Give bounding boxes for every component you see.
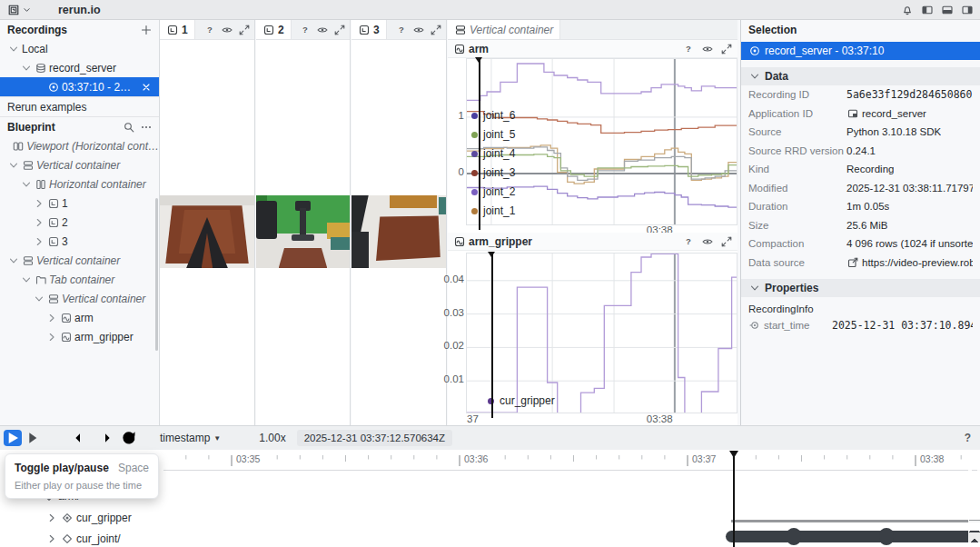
chevron-right-icon[interactable]	[45, 512, 57, 524]
eye-icon[interactable]	[219, 24, 234, 35]
blueprint-item-arm-gripper[interactable]: arm_gripper	[0, 327, 159, 346]
current-time-display[interactable]: 2025-12-31 03:37:12.570634Z	[297, 430, 452, 446]
playback-speed[interactable]: 1.00x	[259, 432, 285, 444]
chevron-right-icon[interactable]	[45, 312, 57, 323]
chart-time-cursor[interactable]	[491, 252, 493, 418]
recording-item-03-37-10-2[interactable]: 03:37:10 - 2…	[0, 77, 159, 96]
loop-button[interactable]	[120, 430, 138, 446]
caret-down-icon[interactable]	[23, 4, 31, 15]
camera-image-3[interactable]	[351, 195, 446, 268]
eye-icon[interactable]	[701, 43, 713, 55]
blueprint-item-vertical-container[interactable]: Vertical container	[0, 251, 159, 270]
time-cursor-line[interactable]	[733, 452, 735, 547]
data-section-header[interactable]: Data	[741, 67, 980, 85]
selected-recording-row[interactable]: record_server - 03:37:10	[741, 42, 980, 60]
chevron-right-icon[interactable]	[45, 331, 57, 343]
search-icon[interactable]	[123, 121, 134, 133]
help-icon[interactable]: ?	[682, 235, 694, 247]
blueprint-item-viewport-horizontal-cont[interactable]: Viewport (Horizontal cont…	[0, 136, 159, 155]
blueprint-item-arm[interactable]: arm	[0, 308, 159, 327]
eye-icon[interactable]	[701, 235, 713, 247]
stream-item-cur_gripper[interactable]: cur_gripper	[45, 510, 132, 526]
pause-button[interactable]	[47, 430, 65, 446]
expand-icon[interactable]	[428, 24, 443, 35]
view-tab-3[interactable]: 3	[351, 20, 387, 39]
camera-image-2[interactable]	[256, 195, 350, 268]
caret-down-icon[interactable]	[20, 62, 32, 74]
caret-down-icon[interactable]	[7, 43, 19, 55]
selection-panel: Selection record_server - 03:37:10 Data …	[740, 20, 980, 425]
view-panel-2: 2?	[256, 20, 351, 425]
eye-icon[interactable]	[411, 24, 426, 35]
caret-down-icon[interactable]	[7, 159, 19, 171]
expand-icon[interactable]	[332, 24, 347, 35]
blueprint-item-1[interactable]: 1	[0, 194, 159, 213]
play-button[interactable]	[4, 430, 22, 446]
properties-section-header[interactable]: Properties	[741, 279, 980, 297]
expand-icon[interactable]	[236, 24, 252, 35]
help-icon[interactable]: ?	[682, 43, 694, 55]
arm-plot[interactable]	[466, 58, 737, 225]
chart-time-cursor[interactable]	[479, 57, 480, 230]
caret-down-icon[interactable]	[33, 293, 45, 304]
panel-left-icon[interactable]	[921, 4, 933, 15]
caret-down-icon[interactable]	[20, 274, 32, 285]
blueprint-item-2[interactable]: 2	[0, 213, 159, 232]
skip-end-button[interactable]	[25, 430, 44, 446]
recordinginfo-label: RecordingInfo	[741, 297, 980, 316]
data-row-label: Kind	[748, 164, 846, 174]
caret-down-icon[interactable]	[7, 254, 19, 266]
chevron-right-icon[interactable]	[33, 216, 45, 228]
blueprint-item-3[interactable]: 3	[0, 232, 159, 251]
tab-vertical-container[interactable]: Vertical container	[448, 20, 560, 39]
time-cursor-handle[interactable]	[729, 451, 738, 458]
panel-right-icon[interactable]	[961, 4, 973, 15]
chevron-right-icon[interactable]	[45, 533, 57, 545]
stream-item-cur_joint[interactable]: cur_joint/	[45, 531, 121, 547]
blueprint-item-horizontal-container[interactable]: Horizontal container	[0, 174, 159, 194]
help-icon[interactable]: ?	[297, 24, 312, 35]
caret-down-icon[interactable]	[20, 178, 32, 190]
bell-icon[interactable]	[901, 4, 913, 15]
panel-bottom-icon[interactable]	[941, 4, 953, 15]
blueprint-item-vertical-container[interactable]: Vertical container	[0, 155, 159, 174]
data-density-bar[interactable]	[726, 531, 980, 542]
help-icon[interactable]: ?	[393, 24, 409, 35]
timeline-help-button[interactable]: ?	[965, 432, 971, 444]
view-tab-1[interactable]: 1	[160, 20, 195, 39]
blueprint-item-vertical-container[interactable]: Vertical container	[0, 289, 159, 308]
sidebar-scrollbar[interactable]	[155, 198, 158, 351]
chevron-right-icon[interactable]	[33, 197, 45, 209]
help-icon[interactable]: ?	[202, 24, 217, 35]
blueprint-item-tab-container[interactable]: Tab container	[0, 270, 159, 289]
recording-item-record-server[interactable]: record_server	[0, 58, 159, 77]
data-density-line	[731, 520, 980, 522]
arm-gripper-view-header[interactable]: arm_gripper ?	[448, 233, 737, 251]
chart-icon	[60, 312, 72, 323]
rerun-examples-row[interactable]: Rerun examples	[0, 96, 159, 117]
plus-icon[interactable]	[140, 24, 152, 35]
rerun-logo-icon[interactable]	[7, 4, 19, 15]
data-row-value: 5a6e33f129d284650860376d	[846, 88, 973, 101]
top-bar: rerun.io	[0, 0, 980, 20]
tree-item-label: 1	[62, 197, 68, 210]
arm-view-header[interactable]: arm ?	[448, 40, 737, 58]
legend-label: joint_4	[483, 147, 515, 160]
expand-icon[interactable]	[720, 43, 732, 55]
more-icon[interactable]	[140, 121, 152, 133]
arm_gripper-plot[interactable]	[466, 253, 737, 413]
data-row-value[interactable]: https://video-preview.rob	[846, 256, 973, 268]
recording-item-local[interactable]: Local	[0, 39, 159, 58]
y-tick-label: 0	[435, 166, 464, 177]
camera-image-1[interactable]	[160, 195, 254, 268]
legend-cur_gripper[interactable]: cur_gripper	[488, 394, 555, 407]
data-row-label: Source RRD version	[748, 145, 846, 156]
arrow-right-button[interactable]	[94, 430, 113, 446]
timeline-selector[interactable]: timestamp ▼	[160, 432, 221, 444]
expand-icon[interactable]	[720, 235, 732, 247]
arrow-left-button[interactable]	[73, 430, 91, 446]
close-icon[interactable]	[140, 81, 152, 93]
view-tab-2[interactable]: 2	[256, 20, 292, 39]
eye-icon[interactable]	[314, 24, 330, 35]
chevron-right-icon[interactable]	[33, 235, 45, 247]
